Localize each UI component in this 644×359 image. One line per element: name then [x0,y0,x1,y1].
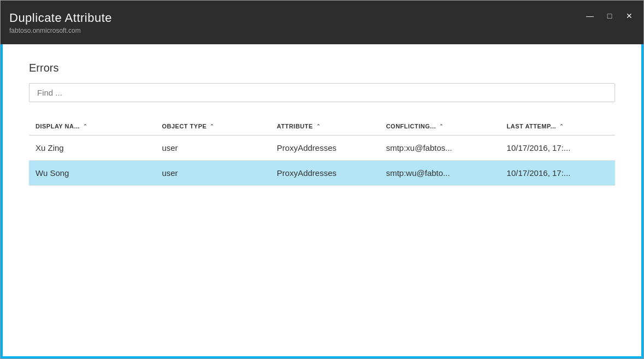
sort-icon-conflicting: ⌃ [439,123,444,129]
table-header-row: DISPLAY NA... ⌃ OBJECT TYPE ⌃ [29,117,615,136]
table-body: Xu ZinguserProxyAddressessmtp:xu@fabtos.… [29,136,615,186]
sort-icon-object-type: ⌃ [210,123,215,129]
window-subtitle: fabtoso.onmicrosoft.com [9,27,635,34]
table-row[interactable]: Xu ZinguserProxyAddressessmtp:xu@fabtos.… [29,136,615,161]
sort-icon-last-attempt: ⌃ [559,123,564,129]
col-header-attribute[interactable]: ATTRIBUTE ⌃ [270,117,380,136]
window: Duplicate Attribute fabtoso.onmicrosoft.… [0,0,644,359]
cell-display-name: Xu Zing [29,136,155,161]
sort-icon-attribute: ⌃ [316,123,321,129]
close-button[interactable]: ✕ [622,8,637,23]
cell-last-attempt: 10/17/2016, 17:... [500,136,615,161]
errors-table: DISPLAY NA... ⌃ OBJECT TYPE ⌃ [29,117,615,186]
sort-icon-display-name: ⌃ [83,123,88,129]
col-header-display-name[interactable]: DISPLAY NA... ⌃ [29,117,155,136]
search-input[interactable] [29,83,615,102]
errors-label: Errors [29,62,615,74]
cell-conflicting: smtp:wu@fabto... [380,161,500,186]
col-header-last-attempt[interactable]: LAST ATTEMP... ⌃ [500,117,615,136]
cell-last-attempt: 10/17/2016, 17:... [500,161,615,186]
window-title: Duplicate Attribute [9,11,635,25]
window-controls: — □ ✕ [582,8,637,23]
table-row[interactable]: Wu SonguserProxyAddressessmtp:wu@fabto..… [29,161,615,186]
minimize-button[interactable]: — [582,8,598,23]
col-header-conflicting[interactable]: CONFLICTING... ⌃ [380,117,500,136]
cell-display-name: Wu Song [29,161,155,186]
content-area: Errors DISPLAY NA... ⌃ OBJECT [1,44,643,358]
maximize-button[interactable]: □ [602,8,617,23]
cell-object-type: user [155,161,270,186]
cell-conflicting: smtp:xu@fabtos... [380,136,500,161]
cell-attribute: ProxyAddresses [270,136,380,161]
table-wrapper: DISPLAY NA... ⌃ OBJECT TYPE ⌃ [29,117,615,339]
cell-object-type: user [155,136,270,161]
title-bar: Duplicate Attribute fabtoso.onmicrosoft.… [1,1,643,44]
cell-attribute: ProxyAddresses [270,161,380,186]
col-header-object-type[interactable]: OBJECT TYPE ⌃ [155,117,270,136]
